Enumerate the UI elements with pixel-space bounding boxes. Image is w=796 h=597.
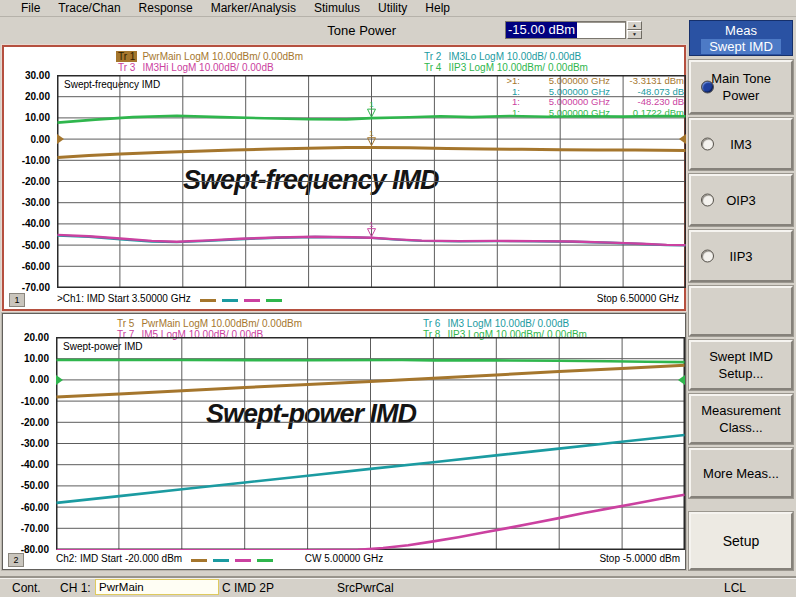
menu-trace-chan[interactable]: Trace/Chan [49, 1, 129, 15]
y-tick-label: -60.00 [21, 502, 49, 513]
legend-tr2[interactable]: Tr 2IM3Lo LogM 10.00dB/ 0.00dB [422, 51, 581, 62]
menu-bar: FileTrace/ChanResponseMarker/AnalysisSti… [0, 0, 796, 17]
y-tick-label: 0.00 [30, 374, 49, 385]
marker-readout-row: >1:5.000000 GHz-3.3131 dBm [496, 76, 684, 87]
acquisition-status: Cont. [12, 581, 41, 595]
y-tick-label: -30.00 [22, 197, 50, 208]
marker-number: 1: [496, 108, 520, 119]
softkey-blank[interactable] [689, 286, 793, 336]
marker-value: -3.3131 dBm [610, 76, 684, 87]
y-tick-label: 30.00 [25, 70, 50, 81]
softkey-swept-imd-setup[interactable]: Swept IMDSetup... [689, 340, 793, 390]
y-tick-label: -30.00 [21, 438, 49, 449]
sweep-start-label: >Ch1: IMD Start 3.50000 GHz [57, 293, 191, 304]
legend-trace-number: Tr 4 [422, 62, 443, 73]
swept-power-imd-window[interactable]: Tr 5PwrMain LogM 10.00dBm/ 0.00dBmTr 6IM… [2, 313, 686, 570]
trace-color-dash [222, 299, 238, 302]
stepper-down-button[interactable]: ▼ [627, 30, 642, 39]
window-title: Swept-frequency IMD [64, 79, 160, 90]
x-axis-footer: 1 >Ch1: IMD Start 3.50000 GHz Stop 6.500… [4, 293, 684, 306]
y-tick-label: -20.00 [21, 417, 49, 428]
channel-label: CH 1: [60, 581, 91, 595]
legend-trace-format: IM3Hi LogM 10.00dB/ 0.00dB [142, 62, 273, 73]
trace-im3hi [58, 235, 686, 245]
softkey-setup[interactable]: Setup [689, 512, 793, 570]
legend-row: Tr 5PwrMain LogM 10.00dBm/ 0.00dBmTr 6IM… [3, 318, 685, 329]
trace-color-dash [200, 299, 216, 302]
y-tick-label: -40.00 [22, 218, 50, 229]
meas-menu-header[interactable]: Meas Swept IMD [689, 20, 793, 56]
trace-im3lo [58, 236, 686, 246]
correction-status: C IMD 2P [222, 581, 274, 595]
menu-file[interactable]: File [12, 1, 49, 15]
radio-indicator-im3 [701, 138, 714, 151]
trace-color-dash [213, 559, 229, 562]
legend-trace-number: Tr 5 [115, 318, 136, 329]
marker-readout-row: 1:5.000000 GHz-48.230 dB [496, 97, 684, 108]
legend-trace-number: Tr 6 [421, 318, 442, 329]
radio-indicator-oip3 [701, 194, 714, 207]
meas-subtitle: Swept IMD [701, 39, 781, 54]
softkey-main-tone-power[interactable]: Main TonePower [689, 60, 793, 114]
channel-number-badge: 2 [8, 553, 24, 567]
legend-trace-number: Tr 2 [422, 51, 443, 62]
x-axis-footer: 2 Ch2: IMD Start -20.000 dBm CW 5.00000 … [3, 553, 685, 566]
y-tick-label: -50.00 [21, 480, 49, 491]
marker-readout-row: 1:5.000000 GHz0.1722 dBm [496, 108, 684, 119]
softkey-iip3[interactable]: IIP3 [689, 230, 793, 282]
menu-marker-analysis[interactable]: Marker/Analysis [202, 1, 305, 15]
legend-row: Tr 3IM3Hi LogM 10.00dB/ 0.00dBTr 4IIP3 L… [4, 62, 684, 73]
softkey-measurement-class[interactable]: MeasurementClass... [689, 394, 793, 444]
marker-stimulus: 5.000000 GHz [520, 97, 610, 108]
legend-trace-number: Tr 3 [116, 62, 137, 73]
local-remote-status: LCL [724, 581, 746, 595]
legend-trace-format: PwrMain LogM 10.00dBm/ 0.00dBm [141, 318, 302, 329]
tone-power-value: -15.00 dBm [506, 22, 577, 38]
svg-text:1: 1 [369, 220, 374, 229]
trace-im5 [57, 495, 685, 550]
y-tick-label: -40.00 [21, 459, 49, 470]
marker-value: 0.1722 dBm [610, 108, 684, 119]
y-tick-label: 20.00 [24, 332, 49, 343]
softkey-oip3[interactable]: OIP3 [689, 174, 793, 226]
trace-iip3 [57, 360, 685, 362]
legend-tr4[interactable]: Tr 4IIP3 LogM 10.00dBm/ 0.00dBm [422, 62, 588, 73]
meas-title: Meas [725, 23, 757, 38]
marker-stimulus: 5.000000 GHz [520, 108, 610, 119]
source-power-cal-status: SrcPwrCal [337, 581, 394, 595]
menu-stimulus[interactable]: Stimulus [305, 1, 369, 15]
swept-frequency-imd-window[interactable]: Tr 1PwrMain LogM 10.00dBm/ 0.00dBmTr 2IM… [2, 45, 686, 311]
menu-utility[interactable]: Utility [369, 1, 416, 15]
y-tick-label: 10.00 [24, 353, 49, 364]
y-tick-label: -50.00 [22, 240, 50, 251]
trace-color-key [197, 294, 285, 305]
tone-power-input[interactable]: -15.00 dBm [505, 21, 626, 39]
menu-help[interactable]: Help [416, 1, 459, 15]
softkey-im3[interactable]: IM3 [689, 118, 793, 170]
y-tick-label: 10.00 [25, 112, 50, 123]
radio-indicator-iip3 [701, 250, 714, 263]
y-axis-labels: 20.0010.000.00-10.00-20.00-30.00-40.00-5… [3, 337, 52, 550]
svg-text:1: 1 [369, 129, 374, 138]
legend-tr3[interactable]: Tr 3IM3Hi LogM 10.00dB/ 0.00dB [116, 62, 274, 73]
plot-area: Swept-power IMD Swept-power IMD [56, 337, 685, 550]
legend-trace-format: IM3 LogM 10.00dB/ 0.00dB [447, 318, 569, 329]
legend-tr5[interactable]: Tr 5PwrMain LogM 10.00dBm/ 0.00dBm [115, 318, 302, 329]
softkey-label: More Meas... [691, 465, 791, 482]
toolbar: Tone Power -15.00 dBm ▲ ▼ [0, 17, 688, 44]
menu-response[interactable]: Response [130, 1, 202, 15]
softkey-label: Setup [691, 533, 791, 550]
y-tick-label: -20.00 [22, 176, 50, 187]
y-axis-labels: 30.0020.0010.000.00-10.00-20.00-30.00-40… [4, 75, 53, 288]
trace-color-dash [235, 559, 251, 562]
radio-indicator-main-tone-power [701, 81, 714, 94]
legend-row: Tr 1PwrMain LogM 10.00dBm/ 0.00dBmTr 2IM… [4, 51, 684, 62]
plot-area: Swept-frequency IMD Swept-frequency IMD … [57, 75, 686, 288]
softkey-more-meas[interactable]: More Meas... [689, 448, 793, 498]
softkey-label: Swept IMDSetup... [691, 348, 791, 382]
legend-tr6[interactable]: Tr 6IM3 LogM 10.00dB/ 0.00dB [421, 318, 569, 329]
legend-tr1[interactable]: Tr 1PwrMain LogM 10.00dBm/ 0.00dBm [116, 51, 303, 62]
marker-readout: >1:5.000000 GHz-3.3131 dBm1:5.000000 GHz… [496, 76, 684, 118]
stepper-up-button[interactable]: ▲ [627, 21, 642, 30]
watermark-text: Swept-frequency IMD [183, 165, 439, 196]
